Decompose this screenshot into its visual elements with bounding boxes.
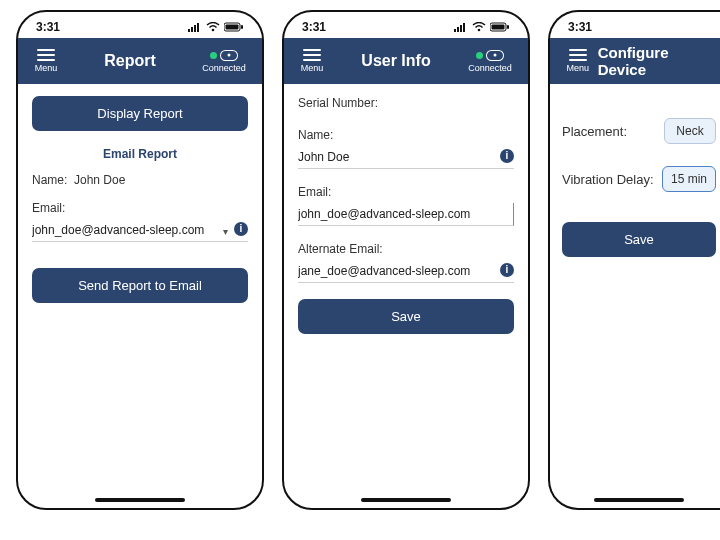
app-header: Menu Configure Device [550, 38, 720, 84]
name-label: Name: [32, 173, 67, 187]
wifi-icon [206, 22, 220, 32]
phone-report: 3:31 Menu Report Connected Display Repor… [16, 10, 264, 510]
svg-rect-15 [507, 25, 509, 29]
svg-rect-0 [188, 29, 190, 32]
svg-rect-1 [191, 27, 193, 32]
status-icons [188, 22, 244, 32]
signal-icon [188, 22, 202, 32]
home-indicator[interactable] [594, 498, 684, 502]
connection-status[interactable]: Connected [460, 50, 520, 73]
svg-rect-14 [492, 25, 505, 30]
send-report-button[interactable]: Send Report to Email [32, 268, 248, 303]
svg-rect-10 [460, 25, 462, 32]
email-label: Email: [32, 201, 248, 215]
svg-rect-6 [226, 25, 239, 30]
menu-button[interactable]: Menu [292, 49, 332, 73]
page-title: Report [104, 52, 156, 70]
svg-rect-2 [194, 25, 196, 32]
app-header: Menu Report Connected [18, 38, 262, 84]
name-row: Name: John Doe [32, 173, 248, 187]
status-bar: 3:31 [18, 12, 262, 38]
info-icon[interactable]: i [234, 222, 248, 236]
serial-label: Serial Number: [298, 96, 514, 110]
page-title: User Info [361, 52, 430, 70]
vibration-delay-select[interactable]: 15 min [662, 166, 716, 192]
status-dot-icon [210, 52, 217, 59]
home-indicator[interactable] [361, 498, 451, 502]
hamburger-icon [569, 49, 587, 61]
svg-point-4 [212, 29, 215, 32]
battery-icon [224, 22, 244, 32]
status-bar: 3:31 [284, 12, 528, 38]
menu-label: Menu [301, 63, 324, 73]
svg-point-12 [478, 29, 481, 32]
email-field[interactable] [298, 203, 514, 226]
status-bar: 3:31 [550, 12, 720, 38]
save-button[interactable]: Save [562, 222, 716, 257]
svg-rect-3 [197, 23, 199, 32]
signal-icon [454, 22, 468, 32]
alt-email-field[interactable] [298, 260, 514, 283]
connected-label: Connected [468, 63, 512, 73]
alt-email-label: Alternate Email: [298, 242, 514, 256]
display-report-button[interactable]: Display Report [32, 96, 248, 131]
name-field[interactable] [298, 146, 514, 169]
name-value: John Doe [74, 173, 125, 187]
wifi-icon [472, 22, 486, 32]
placement-label: Placement: [562, 124, 627, 139]
phone-userinfo: 3:31 Menu User Info Connected Serial Num… [282, 10, 530, 510]
battery-icon [490, 22, 510, 32]
email-report-section: Email Report [32, 147, 248, 161]
svg-rect-9 [457, 27, 459, 32]
svg-rect-8 [454, 29, 456, 32]
page-title: Configure Device [598, 44, 720, 78]
menu-label: Menu [35, 63, 58, 73]
connection-status[interactable]: Connected [194, 50, 254, 73]
email-field[interactable] [32, 219, 248, 242]
status-time: 3:31 [36, 20, 60, 34]
name-label: Name: [298, 128, 514, 142]
app-header: Menu User Info Connected [284, 38, 528, 84]
eye-icon [486, 50, 504, 61]
status-time: 3:31 [568, 20, 592, 34]
svg-rect-11 [463, 23, 465, 32]
status-icons [454, 22, 510, 32]
hamburger-icon [37, 49, 55, 61]
info-icon[interactable]: i [500, 149, 514, 163]
info-icon[interactable]: i [500, 263, 514, 277]
save-button[interactable]: Save [298, 299, 514, 334]
menu-button[interactable]: Menu [26, 49, 66, 73]
email-label: Email: [298, 185, 514, 199]
status-dot-icon [476, 52, 483, 59]
chevron-down-icon: ▾ [223, 226, 228, 237]
connected-label: Connected [202, 63, 246, 73]
hamburger-icon [303, 49, 321, 61]
vibration-delay-label: Vibration Delay: [562, 172, 654, 187]
eye-icon [220, 50, 238, 61]
menu-button[interactable]: Menu [558, 49, 598, 73]
svg-rect-7 [241, 25, 243, 29]
menu-label: Menu [567, 63, 590, 73]
phone-configure: 3:31 Menu Configure Device Placement: Ne… [548, 10, 720, 510]
home-indicator[interactable] [95, 498, 185, 502]
status-time: 3:31 [302, 20, 326, 34]
placement-select[interactable]: Neck [664, 118, 716, 144]
email-dropdown[interactable]: ▾ i [32, 219, 248, 242]
